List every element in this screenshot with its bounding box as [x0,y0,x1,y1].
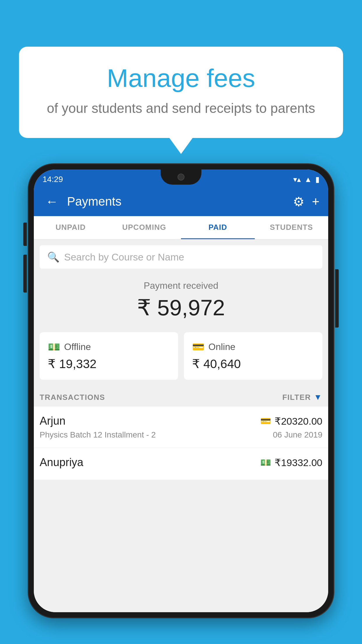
battery-icon: ▮ [315,175,319,184]
table-row[interactable]: Arjun 💳 ₹20320.00 Physics Batch 12 Insta… [34,407,328,448]
settings-button[interactable]: ⚙ [293,194,304,209]
transactions-label: TRANSACTIONS [40,393,105,402]
search-icon: 🔍 [47,251,59,263]
filter-icon: ▼ [314,393,322,402]
table-row[interactable]: Anupriya 💵 ₹19332.00 [34,448,328,480]
content-area: 🔍 Search by Course or Name Payment recei… [34,239,328,612]
online-card: 💳 Online ₹ 40,640 [184,332,322,380]
transaction-list: Arjun 💳 ₹20320.00 Physics Batch 12 Insta… [34,407,328,480]
online-amount: ₹ 40,640 [192,357,314,371]
tab-upcoming[interactable]: UPCOMING [108,216,181,239]
camera [178,174,184,181]
app-bar: ← Payments ⚙ + [34,187,328,216]
tab-paid[interactable]: PAID [181,216,255,239]
course-info-1: Physics Batch 12 Installment - 2 [40,430,156,440]
add-button[interactable]: + [312,194,319,209]
volume-up-button [23,223,27,246]
phone-outer: 14:29 ▾▴ ▲ ▮ ← Payments ⚙ + [28,163,334,618]
speech-bubble: Manage fees of your students and send re… [19,47,343,138]
signal-icon: ▲ [304,175,312,184]
bubble-title: Manage fees [39,64,323,92]
wifi-icon: ▾▴ [293,175,301,184]
transaction-top-1: Arjun 💳 ₹20320.00 [40,415,322,427]
online-label: Online [208,342,236,352]
offline-amount: ₹ 19,332 [48,357,170,371]
payment-summary: Payment received ₹ 59,972 [34,269,328,326]
filter-label: FILTER [282,393,311,402]
power-button [335,269,339,328]
transaction-date-1: 06 June 2019 [273,430,322,440]
online-card-top: 💳 Online [192,341,314,353]
speech-bubble-container: Manage fees of your students and send re… [19,47,343,138]
tab-students[interactable]: STUDENTS [255,216,328,239]
status-icons: ▾▴ ▲ ▮ [293,173,319,184]
tab-unpaid[interactable]: UNPAID [34,216,108,239]
search-placeholder: Search by Course or Name [64,251,184,263]
transaction-amount-1: 💳 ₹20320.00 [260,415,322,427]
back-button[interactable]: ← [43,191,61,212]
offline-card: 💵 Offline ₹ 19,332 [40,332,178,380]
offline-label: Offline [64,342,91,352]
transactions-header: TRANSACTIONS FILTER ▼ [34,386,328,407]
phone-screen: 14:29 ▾▴ ▲ ▮ ← Payments ⚙ + [34,169,328,612]
app-bar-actions: ⚙ + [293,194,319,209]
volume-down-button [23,255,27,293]
search-bar[interactable]: 🔍 Search by Course or Name [40,245,322,269]
card-payment-icon: 💳 [260,416,271,426]
page-title: Payments [67,195,287,209]
transaction-top-2: Anupriya 💵 ₹19332.00 [40,456,322,469]
transaction-amount-2: 💵 ₹19332.00 [260,457,322,468]
student-name-1: Arjun [40,415,66,427]
tab-bar: UNPAID UPCOMING PAID STUDENTS [34,216,328,239]
card-icon: 💳 [192,341,204,353]
transaction-bottom-1: Physics Batch 12 Installment - 2 06 June… [40,430,322,440]
payment-amount: ₹ 59,972 [40,295,322,321]
offline-card-top: 💵 Offline [48,341,170,353]
cash-icon: 💵 [48,341,60,353]
filter-button[interactable]: FILTER ▼ [282,393,322,402]
payment-cards: 💵 Offline ₹ 19,332 💳 Online ₹ 40,640 [34,326,328,386]
payment-received-label: Payment received [40,280,322,291]
student-name-2: Anupriya [40,456,83,469]
phone-device: 14:29 ▾▴ ▲ ▮ ← Payments ⚙ + [28,163,334,644]
notch [161,169,201,185]
bubble-subtitle: of your students and send receipts to pa… [39,99,323,118]
status-time: 14:29 [43,172,63,184]
cash-payment-icon: 💵 [260,457,271,468]
